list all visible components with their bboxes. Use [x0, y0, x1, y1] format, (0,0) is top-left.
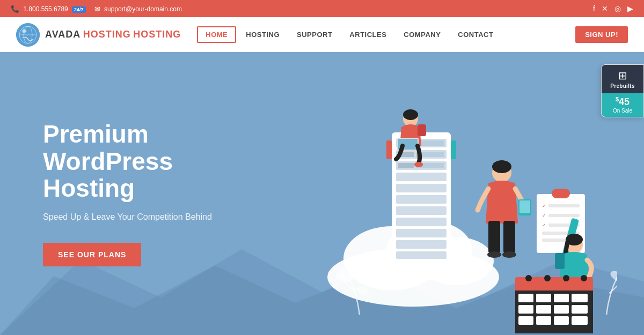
svg-rect-16 [396, 173, 447, 181]
svg-point-81 [581, 275, 587, 281]
svg-rect-47 [552, 189, 570, 198]
prebuilts-icon: ⊞ [605, 69, 640, 82]
prebuilts-label: Prebuilts [605, 83, 640, 89]
svg-rect-68 [554, 294, 569, 302]
svg-rect-41 [519, 200, 530, 213]
on-sale-label: On Sale [605, 108, 640, 114]
nav-support[interactable]: SUPPORT [289, 27, 340, 42]
email-info: ✉ support@your-domain.com [94, 5, 182, 13]
hero-title-line1: Premium [43, 120, 149, 148]
logo-hosting-text: HOSTING [133, 29, 181, 40]
hero-subtitle: Speed Up & Leave Your Competition Behind [43, 211, 212, 224]
svg-rect-77 [572, 316, 588, 325]
svg-rect-22 [396, 240, 447, 249]
hero-title: Premium WordPress Hosting [43, 121, 212, 202]
svg-rect-17 [396, 184, 447, 192]
youtube-icon[interactable]: ▶ [627, 4, 633, 13]
svg-rect-42 [488, 221, 500, 253]
badge-247: 24/7 [72, 6, 86, 13]
svg-rect-34 [418, 124, 426, 136]
price-amount: 45 [619, 96, 630, 107]
hero-content: Premium WordPress Hosting Speed Up & Lea… [0, 121, 212, 266]
logo-hosting: HOSTING [83, 29, 131, 40]
twitter-icon[interactable]: ✕ [602, 4, 608, 13]
svg-point-39 [492, 160, 511, 173]
svg-rect-66 [518, 294, 533, 302]
prebuilts-widget[interactable]: ⊞ Prebuilts $45 On Sale [601, 64, 644, 117]
email-address: support@your-domain.com [104, 5, 182, 13]
prebuilts-top[interactable]: ⊞ Prebuilts [602, 65, 643, 93]
svg-point-85 [609, 269, 617, 285]
logo-image [16, 23, 40, 47]
svg-rect-49 [548, 204, 580, 207]
svg-rect-30 [386, 140, 392, 159]
hero-title-line3: Hosting [43, 174, 135, 202]
svg-rect-71 [536, 305, 551, 314]
svg-rect-23 [396, 251, 447, 259]
email-icon: ✉ [94, 5, 100, 13]
phone-number: 1.800.555.6789 [23, 5, 68, 13]
nav-company[interactable]: COMPANY [396, 27, 448, 42]
svg-point-79 [544, 275, 551, 281]
phone-info: 📞 1.800.555.6789 24/7 [11, 5, 86, 13]
social-links: f ✕ ◎ ▶ [593, 4, 633, 13]
svg-rect-74 [518, 316, 533, 325]
main-nav: HOME HOSTING SUPPORT ARTICLES COMPANY CO… [197, 26, 570, 43]
nav-home[interactable]: HOME [197, 26, 236, 43]
hero-title-line2: WordPress [43, 147, 173, 175]
svg-text:✓: ✓ [542, 203, 546, 209]
svg-rect-19 [396, 206, 447, 215]
svg-rect-43 [503, 221, 515, 253]
svg-point-78 [525, 275, 532, 281]
instagram-icon[interactable]: ◎ [614, 4, 621, 13]
hero-section: Premium WordPress Hosting Speed Up & Lea… [0, 52, 644, 335]
svg-rect-69 [572, 294, 588, 302]
header: AVADA HOSTING HOSTING HOME HOSTING SUPPO… [0, 17, 644, 52]
svg-rect-21 [396, 229, 447, 237]
svg-point-5 [23, 29, 26, 33]
signup-button[interactable]: SIGN UP! [575, 26, 628, 43]
svg-rect-31 [451, 140, 456, 159]
svg-rect-76 [554, 316, 569, 325]
svg-rect-67 [536, 294, 551, 302]
prebuilts-price: $45 [605, 96, 640, 107]
facebook-icon[interactable]: f [593, 4, 595, 13]
logo-text: AVADA HOSTING HOSTING [45, 29, 181, 40]
svg-rect-73 [572, 305, 588, 314]
nav-articles[interactable]: ARTICLES [342, 27, 394, 42]
svg-text:✓: ✓ [542, 213, 546, 218]
top-bar: 📞 1.800.555.6789 24/7 ✉ support@your-dom… [0, 0, 644, 17]
svg-text:✓: ✓ [542, 222, 546, 228]
nav-hosting[interactable]: HOSTING [238, 27, 287, 42]
nav-contact[interactable]: CONTACT [450, 27, 501, 42]
see-plans-button[interactable]: SEE OUR PLANS [43, 243, 141, 266]
logo-avada: AVADA [45, 29, 80, 40]
svg-rect-51 [548, 214, 580, 217]
svg-rect-72 [554, 305, 569, 314]
svg-rect-63 [555, 253, 565, 269]
hero-illustration: ✓ ✓ ✓ [274, 68, 617, 335]
svg-rect-20 [396, 218, 447, 226]
svg-rect-70 [518, 305, 533, 314]
svg-point-44 [487, 251, 501, 258]
phone-icon: 📞 [11, 5, 19, 13]
svg-rect-75 [536, 316, 551, 325]
top-bar-left: 📞 1.800.555.6789 24/7 ✉ support@your-dom… [11, 5, 182, 13]
svg-rect-18 [396, 195, 447, 204]
svg-rect-28 [398, 163, 414, 168]
logo[interactable]: AVADA HOSTING HOSTING [16, 23, 181, 47]
prebuilts-price-area[interactable]: $45 On Sale [602, 93, 643, 117]
svg-point-37 [414, 162, 423, 167]
svg-point-45 [502, 251, 516, 258]
svg-point-80 [563, 275, 569, 281]
